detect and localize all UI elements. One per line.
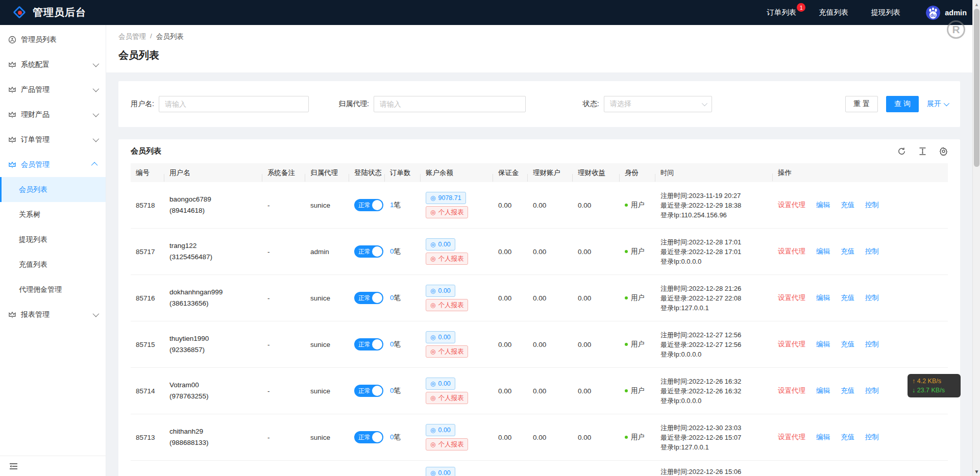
action-control[interactable]: 控制 xyxy=(865,386,879,395)
row-height-icon[interactable] xyxy=(918,147,927,156)
sidebar-subitem-recharge-list[interactable]: 充值列表 xyxy=(0,252,106,277)
action-control[interactable]: 控制 xyxy=(865,293,879,303)
action-set-agent[interactable]: 设置代理 xyxy=(778,201,805,210)
scroll-up-arrow-icon[interactable]: ▲ xyxy=(973,1,980,8)
action-recharge[interactable]: 充值 xyxy=(841,293,854,303)
personal-report-button[interactable]: ◎ 个人报表 xyxy=(426,206,468,218)
action-set-agent[interactable]: 设置代理 xyxy=(778,293,805,303)
sidebar-item-product-mgmt[interactable]: 产品管理 xyxy=(0,77,106,102)
scroll-down-arrow-icon[interactable]: ▼ xyxy=(973,468,980,475)
sidebar-item-admin-list[interactable]: 管理员列表 xyxy=(0,27,106,52)
login-status-toggle[interactable]: 正常 xyxy=(354,199,383,211)
crown-icon xyxy=(8,61,16,69)
balance-button[interactable]: ◎ 0.00 xyxy=(426,331,455,343)
action-control[interactable]: 控制 xyxy=(865,433,879,442)
crown-icon xyxy=(8,311,16,319)
cell-deposit: 0.00 xyxy=(493,434,528,441)
sidebar-item-member-mgmt[interactable]: 会员管理 xyxy=(0,152,106,177)
action-control[interactable]: 控制 xyxy=(865,201,879,210)
action-edit[interactable]: 编辑 xyxy=(816,201,830,210)
brand-title: 管理员后台 xyxy=(33,6,86,19)
login-status-toggle[interactable]: 正常 xyxy=(354,292,383,304)
expand-link[interactable]: 展开 xyxy=(927,99,948,109)
topnav-recharge-list[interactable]: 充值列表 xyxy=(819,8,848,17)
sidebar-subitem-member-list[interactable]: 会员列表 xyxy=(0,177,106,202)
eye-icon: ◎ xyxy=(430,255,435,262)
status-dot xyxy=(625,436,628,439)
topbar: 管理员后台 订单列表 1 充值列表 提现列表 du xyxy=(0,0,980,25)
collapse-sidebar-button[interactable] xyxy=(0,456,106,476)
cell-time: 注册时间:2022-12-27 12:56 最近登录:2022-12-27 12… xyxy=(655,330,773,359)
login-status-toggle[interactable]: 正常 xyxy=(354,245,383,258)
personal-report-button[interactable]: ◎ 个人报表 xyxy=(426,299,468,311)
personal-report-button[interactable]: ◎ 个人报表 xyxy=(426,438,468,450)
login-status-toggle[interactable]: 正常 xyxy=(354,385,383,397)
action-control[interactable]: 控制 xyxy=(865,247,879,256)
personal-report-button[interactable]: ◎ 个人报表 xyxy=(426,345,468,358)
cell-id: 85718 xyxy=(131,202,164,209)
crown-icon xyxy=(8,111,16,119)
action-set-agent[interactable]: 设置代理 xyxy=(778,340,805,349)
action-edit[interactable]: 编辑 xyxy=(816,433,830,442)
search-button[interactable]: 查 询 xyxy=(886,96,919,112)
topnav-order-list[interactable]: 订单列表 1 xyxy=(767,8,796,17)
personal-report-button[interactable]: ◎ 个人报表 xyxy=(426,392,468,404)
action-recharge[interactable]: 充值 xyxy=(841,386,854,395)
balance-button[interactable]: ◎ 0.00 xyxy=(426,378,455,390)
status-select[interactable]: 请选择 xyxy=(604,96,712,112)
username-input[interactable] xyxy=(159,96,309,112)
balance-button[interactable]: ◎ 0.00 xyxy=(426,467,455,476)
action-edit[interactable]: 编辑 xyxy=(816,247,830,256)
action-set-agent[interactable]: 设置代理 xyxy=(778,247,805,256)
balance-button[interactable]: ◎ 9078.71 xyxy=(426,192,466,204)
filter-status: 状态: 请选择 xyxy=(583,96,712,112)
scrollbar-thumb[interactable] xyxy=(974,9,979,167)
chevron-down-icon xyxy=(944,101,949,106)
action-set-agent[interactable]: 设置代理 xyxy=(778,386,805,395)
action-edit[interactable]: 编辑 xyxy=(816,340,830,349)
balance-button[interactable]: ◎ 0.00 xyxy=(426,285,455,297)
sidebar-subitem-agent-commission[interactable]: 代理佣金管理 xyxy=(0,277,106,302)
settings-gear-icon[interactable] xyxy=(939,147,948,156)
sidebar-subitem-withdraw-list[interactable]: 提现列表 xyxy=(0,227,106,252)
member-table-card: 会员列表 xyxy=(118,139,960,476)
sidebar-subitem-relation-tree[interactable]: 关系树 xyxy=(0,202,106,227)
login-status-toggle[interactable]: 正常 xyxy=(354,338,383,350)
eye-icon: ◎ xyxy=(430,380,435,387)
balance-button[interactable]: ◎ 0.00 xyxy=(426,238,455,250)
eye-icon: ◎ xyxy=(430,287,435,294)
action-recharge[interactable]: 充值 xyxy=(841,201,854,210)
breadcrumb-parent[interactable]: 会员管理 xyxy=(118,32,146,41)
username-filter-label: 用户名: xyxy=(131,99,154,109)
login-status-toggle[interactable]: 正常 xyxy=(354,431,383,443)
topnav-withdraw-list[interactable]: 提现列表 xyxy=(871,8,900,17)
action-recharge[interactable]: 充值 xyxy=(841,247,854,256)
cell-username: thuytien1990 (92336857) xyxy=(164,333,262,356)
cell-deposit: 0.00 xyxy=(493,341,528,348)
personal-report-button[interactable]: ◎ 个人报表 xyxy=(426,253,468,265)
eye-icon: ◎ xyxy=(430,469,435,476)
agent-input[interactable] xyxy=(374,96,526,112)
user-menu[interactable]: du admin xyxy=(926,6,967,20)
cell-finance-profit: 0.00 xyxy=(573,248,620,256)
refresh-icon[interactable] xyxy=(897,147,906,156)
action-edit[interactable]: 编辑 xyxy=(816,293,830,303)
sidebar-item-report-mgmt[interactable]: 报表管理 xyxy=(0,302,106,327)
action-control[interactable]: 控制 xyxy=(865,340,879,349)
sidebar-item-finance-product[interactable]: 理财产品 xyxy=(0,102,106,127)
crown-icon xyxy=(8,86,16,94)
action-recharge[interactable]: 充值 xyxy=(841,340,854,349)
action-set-agent[interactable]: 设置代理 xyxy=(778,433,805,442)
cell-actions: 设置代理 编辑 充值 控制 xyxy=(773,340,948,349)
reset-button[interactable]: 重 置 xyxy=(845,96,878,112)
sidebar-item-order-mgmt[interactable]: 订单管理 xyxy=(0,127,106,152)
action-edit[interactable]: 编辑 xyxy=(816,386,830,395)
order-count-badge: 1 xyxy=(797,3,805,12)
cell-balance: ◎ 9078.71 ◎ 个人报表 xyxy=(421,192,493,218)
balance-button[interactable]: ◎ 0.00 xyxy=(426,424,455,436)
action-recharge[interactable]: 充值 xyxy=(841,433,854,442)
vertical-scrollbar[interactable]: ▲ ▼ xyxy=(972,0,980,476)
crown-icon xyxy=(8,161,16,169)
sidebar-item-system-config[interactable]: 系统配置 xyxy=(0,52,106,77)
table-header: 编号 用户名 系统备注 归属代理 登陆状态 订单数 账户余额 保证金 理财账户 … xyxy=(131,163,948,182)
